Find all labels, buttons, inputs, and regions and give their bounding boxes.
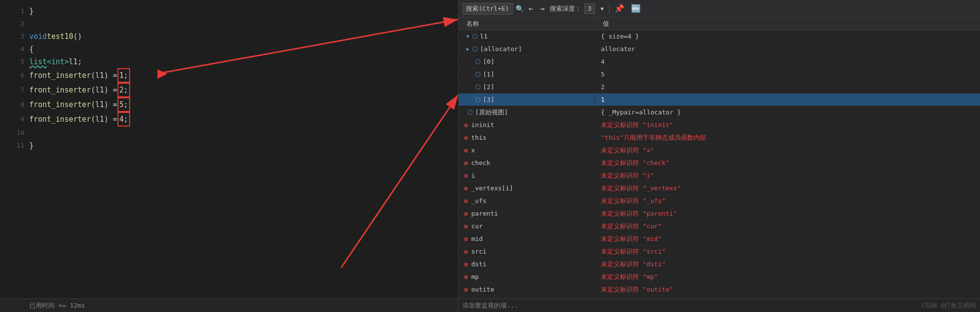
nav-forward-icon[interactable]: → <box>538 3 547 14</box>
watch-name-outite: outite <box>459 283 595 295</box>
db-icon-0 <box>474 58 481 65</box>
watch-row-outite[interactable]: outite 未定义标识符 "outite" <box>459 283 980 296</box>
watch-name-l1: ▼ l1 <box>459 30 595 42</box>
err-icon-check <box>462 160 469 166</box>
db-icon-2 <box>474 84 481 91</box>
watch-value-parenti: 未定义标识符 "parenti" <box>595 207 677 220</box>
watch-row-1[interactable]: [1] 5 <box>459 68 980 81</box>
nav-back-icon[interactable]: ← <box>527 3 536 14</box>
watch-name-ininit: ininit <box>459 119 595 131</box>
watch-row-i[interactable]: i 未定义标识符 "i" <box>459 169 980 182</box>
watch-row-ininit[interactable]: ininit 未定义标识符 "ininit" <box>459 119 980 131</box>
watch-row-allocator[interactable]: ▶ [allocator] allocator <box>459 43 980 55</box>
watch-value-vertexs: 未定义标识符 "_vertexs" <box>595 182 681 194</box>
watch-name-ufs: _ufs <box>459 195 595 207</box>
watch-name-raw: [原始视图] <box>459 106 595 118</box>
search-box[interactable]: 搜索(Ctrl+E) <box>462 3 513 15</box>
watch-list[interactable]: ▼ l1 { size=4 } ▶ [allocator] allocator … <box>459 30 980 298</box>
search-label: 搜索(Ctrl+E) <box>466 4 509 13</box>
err-icon-parenti <box>462 210 469 217</box>
expand-icon-allocator[interactable]: ▶ <box>466 46 469 52</box>
watch-name-2: [2] <box>459 81 595 93</box>
status-bar: 已用时间 <= 12ms <box>0 298 458 312</box>
code-line-1: 1 } <box>0 5 458 18</box>
err-icon-x <box>462 147 469 154</box>
watch-name-3: [3] <box>459 93 595 106</box>
header-value: 值 <box>595 18 609 30</box>
watch-value-1: 5 <box>595 68 605 80</box>
watch-name-cur: cur <box>459 220 595 232</box>
err-icon-dsti <box>462 261 469 268</box>
code-line-9: 9 front_inserter (l1) = 4; <box>0 112 458 127</box>
depth-dropdown-icon[interactable]: ▾ <box>598 3 607 14</box>
code-line-11: 11 } <box>0 139 458 152</box>
watch-name-0: [0] <box>459 55 595 68</box>
err-icon-mid <box>462 236 469 242</box>
watch-value-this: "this"只能用于非静态成员函数内部 <box>595 131 706 144</box>
code-line-5: 5 list<int> l1; <box>0 55 458 68</box>
expand-icon-l1[interactable]: ▼ <box>466 34 469 39</box>
watch-row-mp[interactable]: mp 未定义标识符 "mp" <box>459 271 980 283</box>
watch-value-check: 未定义标识符 "check" <box>595 157 670 169</box>
db-icon-1 <box>474 71 481 78</box>
watch-value-i: 未定义标识符 "i" <box>595 169 654 182</box>
watch-value-allocator: allocator <box>595 43 635 55</box>
watch-panel: 搜索(Ctrl+E) 🔍 ← → 搜索深度： 3 ▾ 📌 🔤 名称 值 ▼ l1… <box>458 0 980 312</box>
watch-row-this[interactable]: this "this"只能用于非静态成员函数内部 <box>459 131 980 144</box>
watch-name-parenti: parenti <box>459 207 595 220</box>
watch-row-dsti[interactable]: dsti 未定义标识符 "dsti" <box>459 258 980 271</box>
watch-row-parenti[interactable]: parenti 未定义标识符 "parenti" <box>459 207 980 220</box>
watch-row-l1[interactable]: ▼ l1 { size=4 } <box>459 30 980 43</box>
watch-row-3[interactable]: [3] 1 <box>459 93 980 106</box>
watch-row-0[interactable]: [0] 4 <box>459 55 980 68</box>
watch-name-x: x <box>459 144 595 156</box>
err-icon-vertexs <box>462 185 469 192</box>
code-editor: 1 } 2 3 void test10 () 4 { 5 list<int> l… <box>0 0 458 312</box>
watch-value-outite: 未定义标识符 "outite" <box>595 283 673 295</box>
code-line-2: 2 <box>0 18 458 30</box>
watch-value-mp: 未定义标识符 "mp" <box>595 271 658 283</box>
watch-row-ufs[interactable]: _ufs 未定义标识符 "_ufs" <box>459 195 980 207</box>
watch-row-x[interactable]: x 未定义标识符 "x" <box>459 144 980 157</box>
watch-name-1: [1] <box>459 68 595 80</box>
watch-row-check[interactable]: check 未定义标识符 "check" <box>459 157 980 169</box>
code-line-10: 10 <box>0 127 458 139</box>
header-name: 名称 <box>459 18 595 30</box>
watch-name-this: this <box>459 131 595 144</box>
err-icon-this <box>462 134 469 141</box>
code-area: 1 } 2 3 void test10 () 4 { 5 list<int> l… <box>0 0 458 157</box>
watch-value-x: 未定义标识符 "x" <box>595 144 654 156</box>
watch-toolbar: 搜索(Ctrl+E) 🔍 ← → 搜索深度： 3 ▾ 📌 🔤 <box>459 0 980 18</box>
err-icon-cur <box>462 223 469 230</box>
db-icon-raw <box>466 109 473 116</box>
watch-value-cur: 未定义标识符 "cur" <box>595 220 662 232</box>
watch-row-mid[interactable]: mid 未定义标识符 "mid" <box>459 233 980 245</box>
add-watch-button[interactable]: 添加要监视的项... <box>459 298 980 312</box>
pin-icon[interactable]: 📌 <box>613 3 626 14</box>
watch-row-2[interactable]: [2] 2 <box>459 81 980 93</box>
watch-name-mp: mp <box>459 271 595 283</box>
code-line-4: 4 { <box>0 43 458 55</box>
watch-value-ininit: 未定义标识符 "ininit" <box>595 119 673 131</box>
watch-value-raw: { _Mypair=allocator } <box>595 106 681 118</box>
watch-column-header: 名称 值 <box>459 18 980 30</box>
err-icon-outite <box>462 286 469 293</box>
watch-value-srci: 未定义标识符 "srci" <box>595 245 666 257</box>
depth-value: 3 <box>584 3 595 14</box>
code-line-8: 8 front_inserter (l1) = 5; <box>0 97 458 112</box>
watch-value-dsti: 未定义标识符 "dsti" <box>595 258 666 270</box>
toolbar-separator <box>609 4 610 14</box>
watch-row-vertexs[interactable]: _vertexs[i] 未定义标识符 "_vertexs" <box>459 182 980 195</box>
ab-icon[interactable]: 🔤 <box>629 3 643 14</box>
watch-name-i: i <box>459 169 595 182</box>
err-icon-srci <box>462 248 469 255</box>
db-icon-allocator <box>471 46 478 53</box>
watch-row-cur[interactable]: cur 未定义标识符 "cur" <box>459 220 980 233</box>
err-icon-mp <box>462 274 469 280</box>
watch-row-srci[interactable]: srci 未定义标识符 "srci" <box>459 245 980 258</box>
watch-value-3: 1 <box>595 93 605 106</box>
status-text: 已用时间 <= 12ms <box>29 301 85 310</box>
err-icon-ufs <box>462 198 469 204</box>
search-icon[interactable]: 🔍 <box>516 5 524 13</box>
watch-row-raw[interactable]: [原始视图] { _Mypair=allocator } <box>459 106 980 119</box>
